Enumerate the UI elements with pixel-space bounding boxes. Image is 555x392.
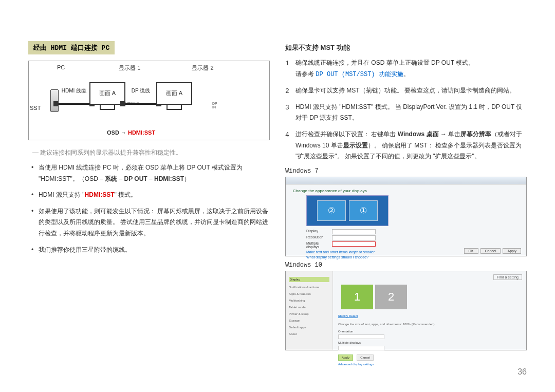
list-item: 4 进行检查并确保以下设置： 右键单击 Windows 桌面 → 单击屏幕分辨率… [285,129,527,162]
label-dp-in: DP IN [212,102,217,109]
label-monitor-2: 显示器 2 [192,64,213,72]
sidebar-item[interactable]: Storage [289,319,329,322]
apply-button[interactable]: Apply [503,248,521,254]
win7-monitor-1-icon: ① [349,200,378,221]
win10-multiple-label: Multiple displays [338,341,521,344]
label-hdmi-cable: HDMI 线缆 [59,87,89,95]
screenshot-win10: Display Notifications & actions Apps & f… [285,271,527,350]
find-setting-input[interactable]: Find a setting [493,274,522,280]
steps-list: 1 确保线缆正确连接，并且在 OSD 菜单上正确设置 DP OUT 模式。 请参… [285,58,527,162]
sidebar-item[interactable]: Default apps [289,326,329,329]
list-item: 如果使用了该功能，则可能发生以下情况： 屏幕闪烁或黑屏，这取决于之前所用设备的类… [30,206,270,239]
sidebar-item[interactable]: Multitasking [289,299,329,302]
win7-link-help[interactable]: What display settings should I choose? [306,255,519,259]
win7-preview: ② ① [306,195,388,226]
link-dp-out[interactable]: DP OUT (MST/SST) 功能实施 [316,71,403,78]
cancel-button[interactable]: Cancel [357,354,374,361]
connection-diagram: PC 显示器 1 显示器 2 SST HDMI 线缆 HDMI IN 画面 A … [28,61,270,140]
win10-orientation-select[interactable] [338,334,384,339]
win10-monitor-1-icon: 1 [341,285,373,309]
win10-scale-text: Change the size of text, apps, and other… [338,323,521,326]
compat-note: ― 建议连接相同系列的显示器以提升兼容性和稳定性。 [32,148,270,157]
win7-buttons: OK Cancel Apply [464,248,521,254]
list-item: 2确保显卡可以支持 MST（菊链）功能。 要检查这点，请访问显卡制造商的网站。 [285,85,527,97]
apply-button[interactable]: Apply [338,354,353,361]
hdmi-cable-icon: HDMI 线缆 [59,103,89,105]
cancel-button[interactable]: Cancel [480,248,501,254]
monitor-2-screen: 画面 A [156,82,192,105]
screenshot-win7: Change the appearance of your displays ②… [285,177,527,256]
label-windows-7: Windows 7 [285,167,527,175]
page-number: 36 [517,367,527,377]
notes-list: 当使用 HDMI 线缆连接 PC 时，必须在 OSD 菜单上将 DP OUT 模… [30,162,270,255]
list-item: 当使用 HDMI 线缆连接 PC 时，必须在 OSD 菜单上将 DP OUT 模… [30,162,270,184]
list-item: 1 确保线缆正确连接，并且在 OSD 菜单上正确设置 DP OUT 模式。 请参… [285,58,527,80]
label-pc: PC [57,64,65,72]
osd-path: OSD → HDMI:SST [107,129,155,136]
section-title-hdmi: 经由 HDMI 端口连接 PC [28,41,115,54]
sidebar-item[interactable]: Apps & features [289,292,329,295]
label-monitor-1: 显示器 1 [119,64,140,72]
win10-advanced-link[interactable]: Advanced display settings [338,363,374,366]
sidebar-item-display[interactable]: Display [289,277,329,282]
win10-multiple-select[interactable] [338,346,384,350]
sidebar-item[interactable]: Tablet mode [289,306,329,309]
sidebar-item[interactable]: Notifications & actions [289,286,329,289]
sidebar-item[interactable]: About [289,332,329,335]
win10-main: Find a setting 1 2 Identify Detect Chang… [333,271,526,350]
label-sst: SST [30,105,41,111]
list-item: 3HDMI 源只支持 "HDMI:SST" 模式。 当 DisplayPort … [285,102,527,124]
monitor-2-icon: 画面 A [156,82,192,110]
subheading-mst: 如果不支持 MST 功能 [285,43,527,52]
win10-sidebar: Display Notifications & actions Apps & f… [286,271,333,350]
win7-heading: Change the appearance of your displays [293,189,519,193]
list-item: 我们推荐你使用三星附带的缆线。 [30,245,270,256]
win10-orientation-label: Orientation [338,330,521,333]
win7-monitor-2-icon: ② [317,200,346,221]
list-item: HDMI 源只支持 "HDMI:SST" 模式。 [30,190,270,201]
pc-icon [50,89,59,112]
label-dp-cable: DP 缆线 [125,87,156,95]
win10-monitor-2-icon: 2 [375,285,407,309]
dp-cable-icon: DP 缆线 [125,103,156,105]
ok-button[interactable]: OK [464,248,478,254]
sidebar-item[interactable]: Power & sleep [289,312,329,315]
win10-identify-link[interactable]: Identify Detect [338,314,358,318]
